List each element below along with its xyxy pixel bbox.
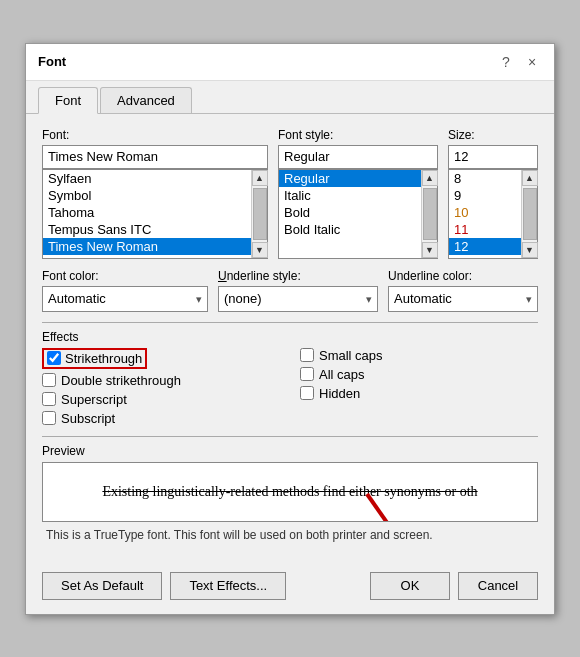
all-caps-checkbox[interactable]	[300, 367, 314, 381]
scroll-thumb[interactable]	[253, 188, 267, 240]
title-bar-controls: ? ×	[496, 52, 542, 72]
list-item-selected[interactable]: Times New Roman	[43, 238, 251, 255]
underline-color-select-wrapper: Automatic	[388, 286, 538, 312]
effects-grid: Strikethrough Double strikethrough Super…	[42, 348, 538, 426]
list-item-9[interactable]: 9	[449, 187, 521, 204]
underline-style-select[interactable]: (none)	[218, 286, 378, 312]
size-list[interactable]: 8 9 10 11 12	[449, 170, 521, 258]
list-item[interactable]: Tahoma	[43, 204, 251, 221]
underline-color-select[interactable]: Automatic	[388, 286, 538, 312]
font-color-column: Font color: Automatic	[42, 269, 208, 312]
style-scrollbar[interactable]: ▲ ▼	[421, 170, 437, 258]
cancel-button[interactable]: Cancel	[458, 572, 538, 600]
color-underline-row: Font color: Automatic Underline style: (…	[42, 269, 538, 312]
list-item-bold-italic[interactable]: Bold Italic	[279, 221, 421, 238]
scroll-thumb[interactable]	[423, 188, 437, 240]
footer-left: Set As Default Text Effects...	[42, 572, 286, 600]
font-list-container: Sylfaen Symbol Tahoma Tempus Sans ITC Ti…	[42, 169, 268, 259]
double-strike-item: Double strikethrough	[42, 373, 280, 388]
underline-style-column: Underline style: (none)	[218, 269, 378, 312]
underline-style-select-wrapper: (none)	[218, 286, 378, 312]
font-color-label: Font color:	[42, 269, 208, 283]
size-input[interactable]	[448, 145, 538, 169]
scroll-up-arrow[interactable]: ▲	[522, 170, 538, 186]
effects-title: Effects	[42, 330, 78, 344]
close-button[interactable]: ×	[522, 52, 542, 72]
list-item[interactable]: Tempus Sans ITC	[43, 221, 251, 238]
tab-bar: Font Advanced	[26, 81, 554, 114]
small-caps-label: Small caps	[319, 348, 383, 363]
preview-label: Preview	[42, 444, 85, 458]
superscript-label: Superscript	[61, 392, 127, 407]
tab-content: Font: Sylfaen Symbol Tahoma Tempus Sans …	[26, 114, 554, 562]
superscript-item: Superscript	[42, 392, 280, 407]
list-item-bold[interactable]: Bold	[279, 204, 421, 221]
double-strike-checkbox[interactable]	[42, 373, 56, 387]
subscript-label: Subscript	[61, 411, 115, 426]
underline-style-label: Underline style:	[218, 269, 378, 283]
font-color-select[interactable]: Automatic	[42, 286, 208, 312]
list-item-8[interactable]: 8	[449, 170, 521, 187]
scroll-up-arrow[interactable]: ▲	[422, 170, 438, 186]
truetype-note: This is a TrueType font. This font will …	[42, 528, 538, 542]
font-style-size-row: Font: Sylfaen Symbol Tahoma Tempus Sans …	[42, 128, 538, 259]
strikethrough-checkbox[interactable]	[47, 351, 61, 365]
list-item-11[interactable]: 11	[449, 221, 521, 238]
font-label: Font:	[42, 128, 268, 142]
hidden-label: Hidden	[319, 386, 360, 401]
list-item-12[interactable]: 12	[449, 238, 521, 255]
list-item-10[interactable]: 10	[449, 204, 521, 221]
text-effects-button[interactable]: Text Effects...	[170, 572, 286, 600]
all-caps-item: All caps	[300, 367, 538, 382]
font-column: Font: Sylfaen Symbol Tahoma Tempus Sans …	[42, 128, 268, 259]
preview-box: Existing linguistically-related methods …	[42, 462, 538, 522]
font-scrollbar[interactable]: ▲ ▼	[251, 170, 267, 258]
footer-right: OK Cancel	[370, 572, 538, 600]
style-input[interactable]	[278, 145, 438, 169]
ok-button[interactable]: OK	[370, 572, 450, 600]
dialog-title: Font	[38, 54, 66, 69]
size-list-container: 8 9 10 11 12 ▲ ▼	[448, 169, 538, 259]
small-caps-checkbox[interactable]	[300, 348, 314, 362]
all-caps-label: All caps	[319, 367, 365, 382]
list-item-italic[interactable]: Italic	[279, 187, 421, 204]
tab-advanced[interactable]: Advanced	[100, 87, 192, 113]
hidden-checkbox[interactable]	[300, 386, 314, 400]
scroll-thumb[interactable]	[523, 188, 537, 240]
font-dialog: Font ? × Font Advanced Font: Sylfaen Sym	[25, 43, 555, 615]
subscript-item: Subscript	[42, 411, 280, 426]
hidden-item: Hidden	[300, 386, 538, 401]
superscript-checkbox[interactable]	[42, 392, 56, 406]
subscript-checkbox[interactable]	[42, 411, 56, 425]
scroll-up-arrow[interactable]: ▲	[252, 170, 268, 186]
title-bar: Font ? ×	[26, 44, 554, 81]
underline-color-column: Underline color: Automatic	[388, 269, 538, 312]
size-label: Size:	[448, 128, 538, 142]
effects-section: Effects Strikethrough Dou	[42, 322, 538, 426]
list-item-regular[interactable]: Regular	[279, 170, 421, 187]
tab-font[interactable]: Font	[38, 87, 98, 114]
style-list[interactable]: Regular Italic Bold Bold Italic	[279, 170, 421, 258]
underline-color-label: Underline color:	[388, 269, 538, 283]
help-button[interactable]: ?	[496, 52, 516, 72]
style-column: Font style: Regular Italic Bold Bold Ita…	[278, 128, 438, 259]
footer: Set As Default Text Effects... OK Cancel	[26, 562, 554, 614]
font-input[interactable]	[42, 145, 268, 169]
effects-left: Strikethrough Double strikethrough Super…	[42, 348, 280, 426]
strikethrough-item: Strikethrough	[42, 348, 280, 369]
font-list[interactable]: Sylfaen Symbol Tahoma Tempus Sans ITC Ti…	[43, 170, 251, 258]
size-scrollbar[interactable]: ▲ ▼	[521, 170, 537, 258]
small-caps-item: Small caps	[300, 348, 538, 363]
preview-section: Preview Existing linguistically-related …	[42, 436, 538, 542]
scroll-down-arrow[interactable]: ▼	[252, 242, 268, 258]
scroll-down-arrow[interactable]: ▼	[422, 242, 438, 258]
preview-text: Existing linguistically-related methods …	[102, 484, 477, 500]
effects-right: Small caps All caps Hidden	[300, 348, 538, 426]
double-strike-label: Double strikethrough	[61, 373, 181, 388]
set-default-button[interactable]: Set As Default	[42, 572, 162, 600]
list-item[interactable]: Sylfaen	[43, 170, 251, 187]
list-item[interactable]: Symbol	[43, 187, 251, 204]
font-color-select-wrapper: Automatic	[42, 286, 208, 312]
scroll-down-arrow[interactable]: ▼	[522, 242, 538, 258]
style-label: Font style:	[278, 128, 438, 142]
